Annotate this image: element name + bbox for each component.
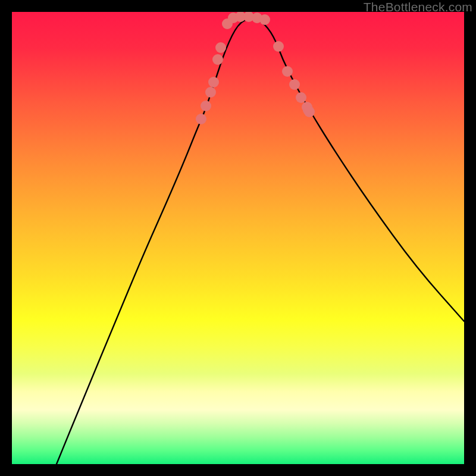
marker-dot bbox=[273, 41, 284, 52]
marker-dots bbox=[196, 12, 315, 124]
curve-line bbox=[57, 19, 464, 464]
marker-dot bbox=[282, 66, 293, 77]
chart-svg bbox=[12, 12, 464, 464]
marker-dot bbox=[304, 107, 315, 117]
marker-dot bbox=[259, 14, 270, 25]
chart-frame bbox=[12, 12, 464, 464]
marker-dot bbox=[201, 101, 211, 111]
marker-dot bbox=[215, 42, 226, 53]
marker-dot bbox=[208, 77, 219, 87]
marker-dot bbox=[289, 79, 300, 90]
marker-dot bbox=[296, 92, 306, 103]
marker-dot bbox=[205, 87, 216, 98]
marker-dot bbox=[212, 54, 223, 65]
marker-dot bbox=[196, 114, 206, 124]
